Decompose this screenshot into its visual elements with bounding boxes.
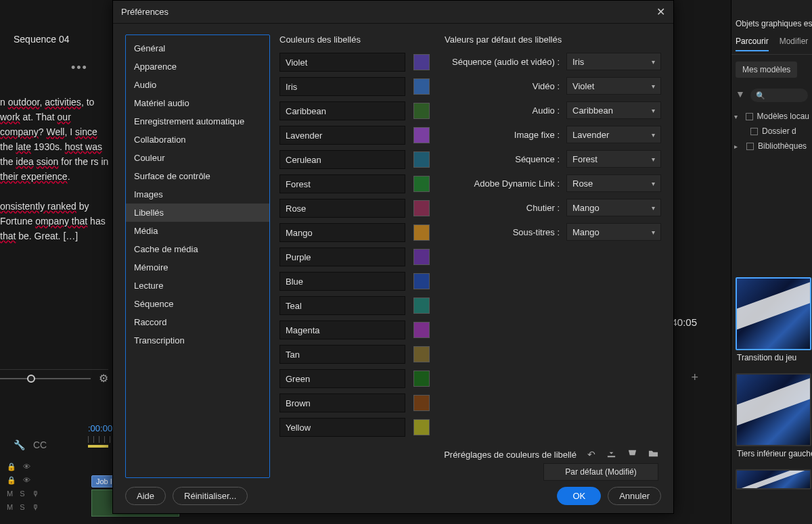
panel-title: Objets graphiques essen [731, 19, 812, 34]
template-card[interactable]: Tiers inférieur gauche [736, 373, 812, 461]
default-select[interactable]: Caribbean▾ [566, 101, 661, 119]
sidebar-item-lecture[interactable]: Lecture [126, 277, 269, 295]
panel-menu-icon[interactable]: ••• [71, 61, 88, 75]
zoom-slider[interactable]: ⚙ [0, 369, 108, 383]
sidebar-item-enregistrement-automatique[interactable]: Enregistrement automatique [126, 112, 269, 130]
color-swatch[interactable] [413, 249, 430, 265]
color-name-input[interactable] [279, 174, 405, 193]
tree-item-local[interactable]: ▾ Modèles locau [733, 109, 811, 124]
preset-dropdown[interactable]: Par défaut (Modifié) [543, 463, 658, 481]
color-row [279, 199, 430, 218]
label-defaults-heading: Valeurs par défaut des libellés [445, 34, 661, 45]
sidebar-item-apparence[interactable]: Apparence [126, 57, 269, 76]
color-swatch[interactable] [413, 322, 430, 338]
color-name-input[interactable] [279, 199, 405, 218]
folder-icon[interactable] [648, 448, 658, 460]
color-name-input[interactable] [279, 369, 405, 388]
sidebar-item-mat-riel-audio[interactable]: Matériel audio [126, 94, 269, 112]
wrench-icon[interactable]: 🔧 [14, 439, 25, 450]
color-name-input[interactable] [279, 394, 405, 412]
search-input[interactable]: 🔍 [750, 89, 808, 102]
sidebar-item-transcription[interactable]: Transcription [126, 331, 269, 350]
color-name-input[interactable] [279, 77, 405, 96]
default-select[interactable]: Rose▾ [566, 174, 661, 192]
color-swatch[interactable] [413, 176, 430, 192]
sidebar-item-surface-de-contr-le[interactable]: Surface de contrôle [126, 167, 269, 185]
color-swatch[interactable] [413, 78, 430, 95]
template-card[interactable] [736, 469, 812, 490]
sidebar-item-raccord[interactable]: Raccord [126, 313, 269, 331]
color-name-input[interactable] [279, 150, 405, 169]
my-templates-button[interactable]: Mes modèles [736, 62, 797, 78]
sidebar-item-cache-de-m-dia[interactable]: Cache de média [126, 240, 269, 258]
dialog-footer: Aide Réinitialiser... OK Annuler [113, 478, 673, 513]
color-swatch[interactable] [413, 103, 430, 119]
color-name-input[interactable] [279, 272, 405, 291]
add-button-icon[interactable]: + [691, 371, 698, 385]
sidebar-item-collaboration[interactable]: Collaboration [126, 130, 269, 149]
color-name-input[interactable] [279, 418, 405, 437]
filter-icon[interactable]: ▼ [736, 89, 745, 102]
sidebar-item-libell-s[interactable]: Libellés [126, 204, 269, 222]
default-select[interactable]: Iris▾ [566, 53, 661, 70]
color-name-input[interactable] [279, 345, 405, 364]
color-swatch[interactable] [413, 371, 430, 387]
color-swatch[interactable] [413, 151, 430, 168]
default-row: Sous-titres :Mango▾ [445, 223, 661, 241]
help-button[interactable]: Aide [125, 487, 166, 505]
sidebar-item-m-moire[interactable]: Mémoire [126, 258, 269, 277]
ok-button[interactable]: OK [557, 487, 601, 505]
default-row: Vidéo :Violet▾ [445, 77, 661, 95]
undo-icon[interactable]: ↶ [587, 449, 595, 460]
default-select[interactable]: Mango▾ [566, 223, 661, 241]
close-icon[interactable]: ✕ [656, 5, 665, 18]
cc-icon[interactable]: CC [33, 439, 47, 450]
color-name-input[interactable] [279, 53, 405, 72]
tab-edit[interactable]: Modifier [780, 37, 809, 51]
color-name-input[interactable] [279, 101, 405, 120]
color-name-input[interactable] [279, 320, 405, 339]
dialog-titlebar: Préférences ✕ [113, 1, 673, 24]
sidebar-item-images[interactable]: Images [126, 185, 269, 204]
chevron-down-icon: ▾ [652, 131, 655, 139]
sidebar-item-couleur[interactable]: Couleur [126, 149, 269, 167]
color-swatch[interactable] [413, 200, 430, 216]
color-swatch[interactable] [413, 419, 430, 435]
settings-icon[interactable]: ⚙ [99, 372, 108, 385]
color-row [279, 247, 430, 266]
tree-item-folder[interactable]: Dossier d [733, 124, 811, 139]
color-row [279, 126, 430, 145]
chevron-down-icon: ▾ [734, 113, 742, 120]
default-select[interactable]: Forest▾ [566, 150, 661, 168]
label-defaults-column: Valeurs par défaut des libellés Séquence… [445, 34, 661, 478]
sidebar-item-audio[interactable]: Audio [126, 76, 269, 94]
default-row: Séquence :Forest▾ [445, 150, 661, 168]
sidebar-item-s-quence[interactable]: Séquence [126, 295, 269, 313]
sidebar-item-m-dia[interactable]: Média [126, 222, 269, 240]
color-swatch[interactable] [413, 224, 430, 241]
color-swatch[interactable] [413, 297, 430, 314]
template-card[interactable]: Transition du jeu [736, 277, 812, 365]
sidebar-item-g-n-ral[interactable]: Général [126, 39, 269, 57]
cancel-button[interactable]: Annuler [608, 487, 661, 505]
color-name-input[interactable] [279, 296, 405, 315]
tree-item-libraries[interactable]: ▸ Bibliothèques [733, 139, 811, 153]
tab-browse[interactable]: Parcourir [736, 37, 769, 51]
default-select[interactable]: Lavender▾ [566, 126, 661, 143]
color-swatch[interactable] [413, 346, 430, 362]
color-swatch[interactable] [413, 54, 430, 70]
sequence-tab[interactable]: Sequence 04 [14, 34, 70, 45]
import-icon[interactable] [606, 448, 616, 460]
color-name-input[interactable] [279, 223, 405, 242]
color-swatch[interactable] [413, 395, 430, 411]
reset-button[interactable]: Réinitialiser... [173, 487, 248, 505]
color-swatch[interactable] [413, 273, 430, 289]
color-name-input[interactable] [279, 126, 405, 145]
chevron-down-icon: ▾ [652, 107, 655, 114]
color-name-input[interactable] [279, 247, 405, 266]
default-select[interactable]: Mango▾ [566, 199, 661, 216]
timecode[interactable]: :00:00 [88, 423, 112, 433]
export-icon[interactable] [627, 448, 637, 460]
color-swatch[interactable] [413, 127, 430, 143]
default-select[interactable]: Violet▾ [566, 77, 661, 95]
